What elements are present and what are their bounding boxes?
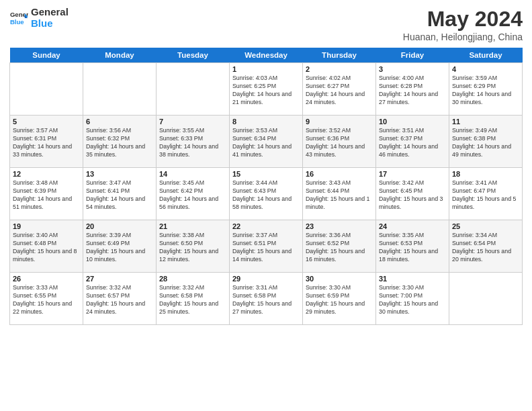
day-number: 26 [13, 275, 80, 283]
calendar-week-4: 19Sunrise: 3:40 AMSunset: 6:48 PMDayligh… [10, 220, 523, 273]
calendar-cell [157, 63, 230, 116]
day-number: 15 [232, 170, 300, 178]
cell-info: Sunrise: 3:47 AMSunset: 6:41 PMDaylight:… [86, 179, 145, 210]
cell-info: Sunrise: 3:33 AMSunset: 6:55 PMDaylight:… [13, 284, 72, 315]
calendar-week-3: 12Sunrise: 3:48 AMSunset: 6:39 PMDayligh… [10, 168, 523, 220]
calendar-cell [10, 63, 83, 116]
day-number: 24 [379, 222, 446, 230]
cell-info: Sunrise: 3:45 AMSunset: 6:42 PMDaylight:… [159, 179, 218, 210]
calendar-cell: 31Sunrise: 3:30 AMSunset: 7:00 PMDayligh… [376, 273, 449, 325]
title-block: May 2024 Huanan, Heilongjiang, China [403, 7, 523, 42]
cell-info: Sunrise: 3:59 AMSunset: 6:29 PMDaylight:… [452, 75, 511, 105]
cell-info: Sunrise: 3:51 AMSunset: 6:37 PMDaylight:… [379, 127, 438, 158]
day-number: 25 [452, 222, 519, 230]
cell-info: Sunrise: 3:32 AMSunset: 6:57 PMDaylight:… [86, 284, 145, 315]
cell-info: Sunrise: 4:03 AMSunset: 6:25 PMDaylight:… [232, 75, 292, 105]
cell-info: Sunrise: 3:40 AMSunset: 6:48 PMDaylight:… [13, 232, 77, 263]
cell-info: Sunrise: 3:30 AMSunset: 7:00 PMDaylight:… [379, 284, 438, 315]
calendar-cell: 26Sunrise: 3:33 AMSunset: 6:55 PMDayligh… [10, 273, 83, 325]
calendar-cell: 2Sunrise: 4:02 AMSunset: 6:27 PMDaylight… [303, 63, 376, 116]
calendar-cell: 12Sunrise: 3:48 AMSunset: 6:39 PMDayligh… [10, 168, 83, 220]
day-number: 2 [306, 65, 373, 73]
calendar-table: Sunday Monday Tuesday Wednesday Thursday… [9, 48, 523, 325]
day-number: 12 [13, 170, 80, 178]
calendar-cell [83, 63, 157, 116]
cell-info: Sunrise: 4:00 AMSunset: 6:28 PMDaylight:… [379, 75, 438, 105]
cell-info: Sunrise: 4:02 AMSunset: 6:27 PMDaylight:… [306, 75, 365, 105]
day-number: 13 [86, 170, 153, 178]
day-number: 4 [452, 65, 519, 73]
day-number: 5 [13, 118, 80, 126]
day-number: 21 [159, 222, 226, 230]
cell-info: Sunrise: 3:36 AMSunset: 6:52 PMDaylight:… [306, 232, 365, 263]
calendar-cell [449, 273, 523, 325]
cell-info: Sunrise: 3:30 AMSunset: 6:59 PMDaylight:… [306, 284, 365, 315]
cell-info: Sunrise: 3:44 AMSunset: 6:43 PMDaylight:… [232, 179, 292, 210]
calendar-cell: 5Sunrise: 3:57 AMSunset: 6:31 PMDaylight… [10, 116, 83, 168]
day-number: 29 [232, 275, 300, 283]
calendar-cell: 13Sunrise: 3:47 AMSunset: 6:41 PMDayligh… [83, 168, 157, 220]
col-wednesday: Wednesday [230, 48, 303, 63]
cell-info: Sunrise: 3:52 AMSunset: 6:36 PMDaylight:… [306, 127, 365, 158]
cell-info: Sunrise: 3:48 AMSunset: 6:39 PMDaylight:… [13, 179, 72, 210]
calendar-cell: 16Sunrise: 3:43 AMSunset: 6:44 PMDayligh… [303, 168, 376, 220]
calendar-cell: 17Sunrise: 3:42 AMSunset: 6:45 PMDayligh… [376, 168, 449, 220]
calendar-cell: 22Sunrise: 3:37 AMSunset: 6:51 PMDayligh… [230, 220, 303, 273]
calendar-cell: 23Sunrise: 3:36 AMSunset: 6:52 PMDayligh… [303, 220, 376, 273]
day-number: 6 [86, 118, 153, 126]
calendar-cell: 29Sunrise: 3:31 AMSunset: 6:58 PMDayligh… [230, 273, 303, 325]
calendar-cell: 27Sunrise: 3:32 AMSunset: 6:57 PMDayligh… [83, 273, 157, 325]
cell-info: Sunrise: 3:56 AMSunset: 6:32 PMDaylight:… [86, 127, 145, 158]
cell-info: Sunrise: 3:55 AMSunset: 6:33 PMDaylight:… [159, 127, 218, 158]
day-number: 18 [452, 170, 519, 178]
day-number: 23 [306, 222, 373, 230]
cell-info: Sunrise: 3:34 AMSunset: 6:54 PMDaylight:… [452, 232, 511, 263]
day-number: 9 [306, 118, 373, 126]
calendar-cell: 8Sunrise: 3:53 AMSunset: 6:34 PMDaylight… [230, 116, 303, 168]
calendar-cell: 14Sunrise: 3:45 AMSunset: 6:42 PMDayligh… [157, 168, 230, 220]
header-row: Sunday Monday Tuesday Wednesday Thursday… [10, 48, 523, 63]
calendar-cell: 4Sunrise: 3:59 AMSunset: 6:29 PMDaylight… [449, 63, 523, 116]
header: General Blue General Blue May 2024 Huana… [9, 7, 523, 42]
cell-info: Sunrise: 3:43 AMSunset: 6:44 PMDaylight:… [306, 179, 369, 210]
cell-info: Sunrise: 3:38 AMSunset: 6:50 PMDaylight:… [159, 232, 218, 263]
cell-info: Sunrise: 3:57 AMSunset: 6:31 PMDaylight:… [13, 127, 72, 158]
day-number: 16 [306, 170, 373, 178]
cell-info: Sunrise: 3:31 AMSunset: 6:58 PMDaylight:… [232, 284, 292, 315]
cell-info: Sunrise: 3:32 AMSunset: 6:58 PMDaylight:… [159, 284, 218, 315]
calendar-cell: 20Sunrise: 3:39 AMSunset: 6:49 PMDayligh… [83, 220, 157, 273]
day-number: 10 [379, 118, 446, 126]
calendar-cell: 15Sunrise: 3:44 AMSunset: 6:43 PMDayligh… [230, 168, 303, 220]
day-number: 11 [452, 118, 519, 126]
logo: General Blue General Blue [9, 7, 69, 29]
calendar-cell: 7Sunrise: 3:55 AMSunset: 6:33 PMDaylight… [157, 116, 230, 168]
cell-info: Sunrise: 3:37 AMSunset: 6:51 PMDaylight:… [232, 232, 292, 263]
cell-info: Sunrise: 3:35 AMSunset: 6:53 PMDaylight:… [379, 232, 438, 263]
day-number: 3 [379, 65, 446, 73]
day-number: 27 [86, 275, 153, 283]
page: General Blue General Blue May 2024 Huana… [0, 0, 532, 411]
cell-info: Sunrise: 3:41 AMSunset: 6:47 PMDaylight:… [452, 179, 516, 210]
calendar-cell: 10Sunrise: 3:51 AMSunset: 6:37 PMDayligh… [376, 116, 449, 168]
svg-text:Blue: Blue [10, 17, 24, 25]
logo-blue: Blue [31, 18, 69, 30]
calendar-cell: 18Sunrise: 3:41 AMSunset: 6:47 PMDayligh… [449, 168, 523, 220]
day-number: 1 [232, 65, 300, 73]
col-thursday: Thursday [303, 48, 376, 63]
day-number: 19 [13, 222, 80, 230]
calendar-cell: 19Sunrise: 3:40 AMSunset: 6:48 PMDayligh… [10, 220, 83, 273]
day-number: 30 [306, 275, 373, 283]
day-number: 7 [159, 118, 226, 126]
day-number: 8 [232, 118, 300, 126]
calendar-cell: 25Sunrise: 3:34 AMSunset: 6:54 PMDayligh… [449, 220, 523, 273]
calendar-week-5: 26Sunrise: 3:33 AMSunset: 6:55 PMDayligh… [10, 273, 523, 325]
logo-icon: General Blue [9, 9, 28, 28]
calendar-body: 1Sunrise: 4:03 AMSunset: 6:25 PMDaylight… [10, 63, 523, 325]
calendar-week-1: 1Sunrise: 4:03 AMSunset: 6:25 PMDaylight… [10, 63, 523, 116]
location: Huanan, Heilongjiang, China [403, 32, 523, 42]
calendar-cell: 28Sunrise: 3:32 AMSunset: 6:58 PMDayligh… [157, 273, 230, 325]
day-number: 20 [86, 222, 153, 230]
cell-info: Sunrise: 3:42 AMSunset: 6:45 PMDaylight:… [379, 179, 443, 210]
calendar-cell: 9Sunrise: 3:52 AMSunset: 6:36 PMDaylight… [303, 116, 376, 168]
calendar-cell: 21Sunrise: 3:38 AMSunset: 6:50 PMDayligh… [157, 220, 230, 273]
